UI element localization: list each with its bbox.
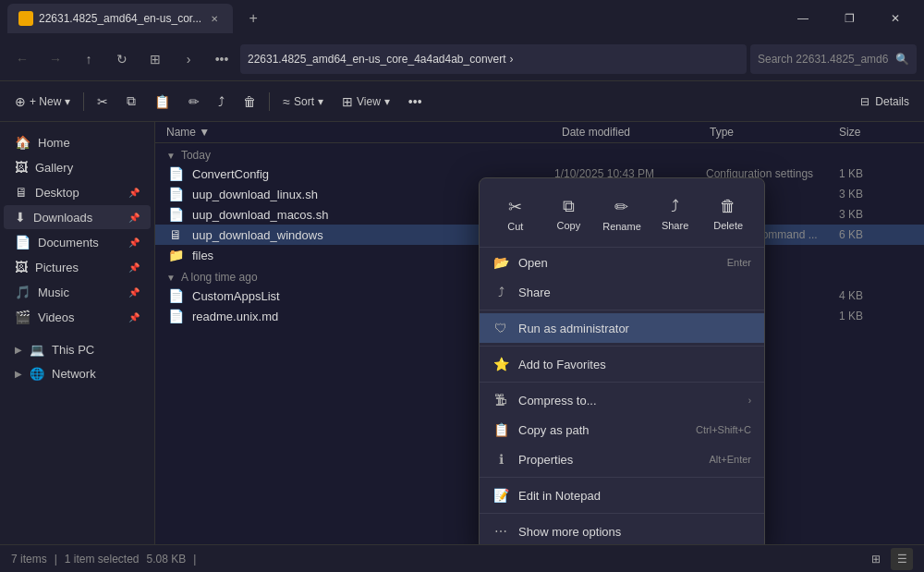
file-size-macos-sh: 3 KB (839, 208, 913, 221)
ctx-run-admin-icon: 🛡 (492, 321, 509, 335)
sidebar-network-label: Network (52, 367, 96, 381)
ctx-compress-icon: 🗜 (492, 393, 509, 408)
maximize-button[interactable]: ❐ (828, 4, 870, 33)
search-box[interactable]: Search 22631.4825_amd6 🔍 (750, 44, 917, 74)
ctx-properties-item[interactable]: ℹ Properties Alt+Enter (480, 444, 764, 474)
home-icon: 🏠 (15, 135, 30, 150)
new-icon: ⊕ (15, 94, 26, 109)
sort-label: Sort (294, 95, 314, 108)
context-menu: ✂ Cut ⧉ Copy ✏ Rename ⤴ Share 🗑 Delet (479, 177, 765, 544)
main-layout: 🏠 Home 🖼 Gallery 🖥 Desktop 📌 ⬇ Downloads… (0, 122, 924, 544)
ctx-delete-action[interactable]: 🗑 Delete (703, 189, 753, 239)
ctx-cut-action[interactable]: ✂ Cut (491, 189, 541, 239)
sidebar-group-this-pc[interactable]: ▶ 💻 This PC (4, 338, 151, 361)
ctx-rename-action[interactable]: ✏ Rename (597, 189, 647, 239)
ctx-copy-path-icon: 📋 (492, 422, 509, 437)
ctx-run-admin-item[interactable]: 🛡 Run as administrator (480, 313, 764, 343)
cut-button[interactable]: ✂ (90, 87, 116, 116)
file-size-linux-sh: 3 KB (839, 188, 913, 201)
up-button[interactable]: ↑ (74, 44, 103, 74)
grid-view-button[interactable]: ⊞ (865, 548, 887, 570)
sidebar-item-home[interactable]: 🏠 Home (4, 130, 151, 154)
ctx-favorites-item[interactable]: ⭐ Add to Favorites (480, 349, 764, 379)
ctx-cut-icon: ✂ (508, 197, 522, 217)
delete-button[interactable]: 🗑 (236, 87, 263, 116)
tab-close-button[interactable]: ✕ (207, 11, 222, 26)
documents-icon: 📄 (15, 235, 30, 249)
paste-button[interactable]: 📋 (147, 87, 177, 116)
ctx-edit-notepad-icon: 📝 (492, 488, 509, 503)
sidebar: 🏠 Home 🖼 Gallery 🖥 Desktop 📌 ⬇ Downloads… (0, 122, 155, 544)
new-button[interactable]: ⊕ + New ▾ (7, 87, 78, 116)
sidebar-item-downloads[interactable]: ⬇ Downloads 📌 (4, 205, 151, 229)
location-view-button[interactable]: ⊞ (140, 44, 170, 74)
file-size-customapps: 4 KB (839, 289, 913, 302)
status-sep-2: | (193, 553, 196, 566)
sidebar-group-network[interactable]: ▶ 🌐 Network (4, 362, 151, 385)
chevron-button[interactable]: › (174, 44, 203, 74)
ctx-edit-notepad-item[interactable]: 📝 Edit in Notepad (480, 481, 764, 510)
rename-icon: ✏ (188, 94, 200, 109)
ctx-delete-label: Delete (713, 220, 743, 231)
context-menu-top-actions: ✂ Cut ⧉ Copy ✏ Rename ⤴ Share 🗑 Delet (480, 182, 764, 248)
sidebar-desktop-label: Desktop (35, 186, 79, 200)
sidebar-item-videos[interactable]: 🎬 Videos 📌 (4, 305, 151, 329)
sort-indicator: ▼ (199, 126, 210, 139)
ctx-open-item[interactable]: 📂 Open Enter (480, 248, 764, 277)
rename-button[interactable]: ✏ (181, 87, 207, 116)
ctx-separator-2 (480, 346, 764, 347)
ctx-share-menu-label: Share (518, 286, 551, 299)
file-size-convertconfig: 1 KB (839, 167, 913, 180)
sort-chevron: ▾ (318, 95, 323, 108)
copy-button[interactable]: ⧉ (119, 87, 143, 116)
col-modified-header[interactable]: Date modified (562, 126, 710, 139)
ctx-share-item[interactable]: ⤴ Share (480, 277, 764, 307)
list-view-button[interactable]: ☰ (891, 548, 913, 570)
col-type-label: Type (710, 126, 734, 139)
sidebar-videos-label: Videos (38, 310, 75, 324)
col-name-header[interactable]: Name ▼ (166, 126, 562, 139)
ctx-copy-icon: ⧉ (563, 197, 575, 216)
tab-active[interactable]: 22631.4825_amd64_en-us_cor... ✕ (7, 4, 233, 33)
refresh-button[interactable]: ↻ (107, 44, 137, 74)
sidebar-item-desktop[interactable]: 🖥 Desktop 📌 (4, 180, 151, 204)
sidebar-downloads-label: Downloads (33, 211, 92, 225)
cut-icon: ✂ (97, 94, 108, 109)
details-button[interactable]: ⊟ Details (853, 91, 917, 112)
more-options-button[interactable]: ••• (401, 87, 430, 116)
ctx-copy-action[interactable]: ⧉ Copy (544, 189, 594, 239)
sidebar-item-gallery[interactable]: 🖼 Gallery (4, 155, 151, 179)
ctx-more-options-item[interactable]: ⋯ Show more options (480, 517, 764, 544)
ctx-compress-item[interactable]: 🗜 Compress to... › (480, 385, 764, 415)
back-button[interactable]: ← (7, 44, 37, 74)
sidebar-item-documents[interactable]: 📄 Documents 📌 (4, 230, 151, 254)
sidebar-item-music[interactable]: 🎵 Music 📌 (4, 280, 151, 304)
search-placeholder: Search 22631.4825_amd6 (758, 53, 888, 66)
group-longtime-label: A long time ago (181, 271, 258, 284)
sidebar-item-pictures[interactable]: 🖼 Pictures 📌 (4, 255, 151, 279)
col-modified-label: Date modified (562, 126, 630, 139)
close-button[interactable]: ✕ (874, 4, 917, 33)
forward-button[interactable]: → (41, 44, 70, 74)
videos-icon: 🎬 (15, 310, 30, 324)
pin-icon-pictures: 📌 (128, 262, 140, 273)
sidebar-documents-label: Documents (38, 236, 99, 249)
minimize-button[interactable]: — (782, 4, 824, 33)
breadcrumb[interactable]: 22631.4825_amd64_en-us_core_4a4ad4ab_con… (240, 44, 747, 74)
more-button[interactable]: ••• (207, 44, 237, 74)
pin-icon-music: 📌 (128, 287, 140, 298)
ctx-share-action[interactable]: ⤴ Share (650, 189, 700, 239)
toolbar: ⊕ + New ▾ ✂ ⧉ 📋 ✏ ⤴ 🗑 ≈ Sort ▾ ⊞ View ▾ … (0, 81, 924, 122)
share-button[interactable]: ⤴ (211, 87, 232, 116)
view-button[interactable]: ⊞ View ▾ (334, 87, 397, 116)
longtime-arrow: ▼ (166, 273, 176, 283)
col-type-header[interactable]: Type (710, 126, 839, 139)
sort-button[interactable]: ≈ Sort ▾ (275, 87, 331, 116)
file-icon-readme: 📄 (166, 309, 185, 323)
this-pc-arrow: ▶ (15, 345, 22, 355)
ctx-copy-path-item[interactable]: 📋 Copy as path Ctrl+Shift+C (480, 415, 764, 444)
new-tab-button[interactable]: + (240, 6, 266, 31)
view-icon: ⊞ (342, 94, 353, 109)
col-size-header[interactable]: Size (839, 126, 913, 139)
column-headers: Name ▼ Date modified Type Size (155, 122, 924, 143)
